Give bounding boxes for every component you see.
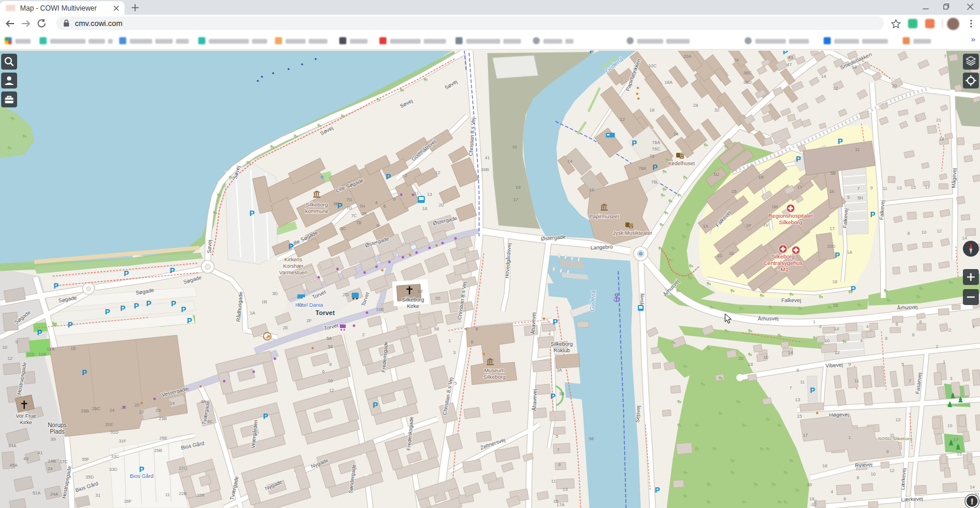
svg-text:39B: 39B — [481, 167, 489, 172]
svg-text:1: 1 — [813, 319, 815, 325]
svg-text:8: 8 — [907, 231, 910, 236]
svg-text:15: 15 — [797, 414, 802, 419]
svg-text:6C: 6C — [207, 419, 213, 424]
svg-text:11: 11 — [414, 191, 419, 196]
svg-text:24A: 24A — [50, 491, 58, 497]
svg-text:17: 17 — [953, 437, 958, 443]
svg-text:10C: 10C — [648, 63, 657, 68]
svg-text:1A: 1A — [847, 250, 852, 255]
svg-text:18: 18 — [748, 362, 753, 367]
svg-text:2K: 2K — [362, 211, 367, 217]
svg-text:2G: 2G — [343, 292, 349, 297]
svg-text:P: P — [134, 301, 139, 310]
svg-text:Torvet: Torvet — [316, 309, 335, 316]
svg-text:16: 16 — [763, 355, 768, 360]
svg-text:Århusvej: Århusvej — [758, 316, 778, 322]
svg-text:8: 8 — [329, 362, 332, 367]
svg-text:9: 9 — [797, 368, 799, 373]
svg-text:4: 4 — [465, 326, 467, 332]
svg-text:P: P — [54, 281, 59, 290]
svg-text:8: 8 — [476, 326, 478, 332]
svg-text:18: 18 — [650, 107, 654, 113]
svg-text:P: P — [139, 465, 145, 474]
svg-text:1P: 1P — [746, 223, 751, 228]
svg-text:6: 6 — [384, 204, 386, 209]
svg-text:21: 21 — [936, 117, 941, 123]
svg-text:P: P — [181, 305, 186, 314]
svg-text:18A: 18A — [664, 80, 672, 85]
svg-text:Plads: Plads — [50, 428, 64, 435]
svg-text:14: 14 — [568, 159, 572, 164]
svg-text:24: 24 — [48, 466, 53, 471]
svg-text:22R: 22R — [196, 493, 205, 498]
svg-text:1Y: 1Y — [797, 185, 802, 190]
svg-text:18: 18 — [832, 279, 837, 284]
svg-text:39: 39 — [51, 437, 55, 442]
svg-text:16: 16 — [833, 303, 838, 308]
svg-text:Regionshospitalet: Regionshospitalet — [768, 212, 813, 219]
svg-text:11: 11 — [854, 378, 859, 384]
svg-text:P: P — [783, 51, 788, 56]
svg-text:5H: 5H — [857, 195, 863, 201]
svg-text:76C: 76C — [652, 146, 660, 152]
svg-text:2: 2 — [405, 173, 407, 178]
svg-text:1R: 1R — [758, 175, 764, 180]
svg-text:51A: 51A — [32, 490, 40, 496]
svg-text:5: 5 — [847, 195, 850, 200]
svg-text:1b: 1b — [830, 189, 834, 194]
svg-text:22: 22 — [812, 502, 817, 507]
svg-text:Varmestuen: Varmestuen — [279, 270, 307, 276]
svg-text:7: 7 — [944, 54, 946, 59]
svg-text:7D: 7D — [346, 205, 352, 211]
svg-text:3A: 3A — [556, 368, 562, 373]
svg-text:4: 4 — [375, 200, 378, 205]
svg-text:31D: 31D — [110, 430, 119, 435]
svg-text:20: 20 — [739, 356, 743, 361]
svg-text:12: 12 — [890, 468, 894, 473]
svg-text:P: P — [146, 299, 152, 308]
svg-text:13: 13 — [427, 192, 432, 197]
svg-text:8: 8 — [919, 319, 922, 325]
svg-text:P: P — [170, 266, 175, 275]
svg-text:15: 15 — [71, 346, 76, 351]
svg-text:7B: 7B — [356, 220, 361, 225]
svg-text:2: 2 — [949, 327, 951, 333]
svg-text:Kirke: Kirke — [407, 303, 419, 309]
svg-text:Roklub: Roklub — [553, 348, 570, 353]
svg-text:7H: 7H — [359, 204, 365, 209]
svg-text:58: 58 — [328, 344, 333, 349]
svg-text:P: P — [835, 251, 840, 260]
svg-text:76K: 76K — [638, 166, 646, 171]
svg-text:1: 1 — [972, 324, 975, 329]
svg-text:1X: 1X — [703, 224, 708, 229]
svg-text:Silkeborg: Silkeborg — [483, 374, 506, 380]
svg-text:19: 19 — [516, 185, 520, 190]
svg-text:Falkevej: Falkevej — [781, 297, 801, 303]
svg-text:P: P — [105, 307, 110, 316]
svg-text:5: 5 — [454, 381, 457, 386]
svg-text:6: 6 — [471, 339, 473, 345]
svg-text:8A: 8A — [201, 399, 206, 404]
svg-text:P: P — [68, 320, 73, 329]
svg-text:P: P — [589, 51, 595, 55]
svg-text:24: 24 — [674, 132, 679, 137]
svg-text:9: 9 — [870, 185, 873, 191]
svg-text:11: 11 — [165, 492, 170, 497]
svg-text:10: 10 — [328, 378, 333, 384]
svg-text:25E: 25E — [159, 435, 167, 441]
svg-text:1U: 1U — [713, 172, 719, 177]
svg-text:23B: 23B — [159, 416, 166, 421]
svg-text:76: 76 — [650, 153, 654, 159]
svg-text:4: 4 — [860, 338, 863, 343]
svg-text:33D: 33D — [109, 467, 117, 472]
svg-text:18: 18 — [852, 64, 857, 70]
svg-text:Norups: Norups — [48, 422, 67, 428]
svg-text:14: 14 — [834, 326, 839, 332]
svg-text:16: 16 — [589, 187, 594, 192]
svg-text:13: 13 — [896, 417, 900, 422]
svg-text:Papirmuseet: Papirmuseet — [589, 214, 620, 219]
svg-text:14: 14 — [821, 74, 826, 79]
svg-text:Langebro: Langebro — [591, 244, 614, 251]
svg-text:Vibevej: Vibevej — [825, 362, 843, 369]
svg-text:32: 32 — [714, 107, 719, 113]
